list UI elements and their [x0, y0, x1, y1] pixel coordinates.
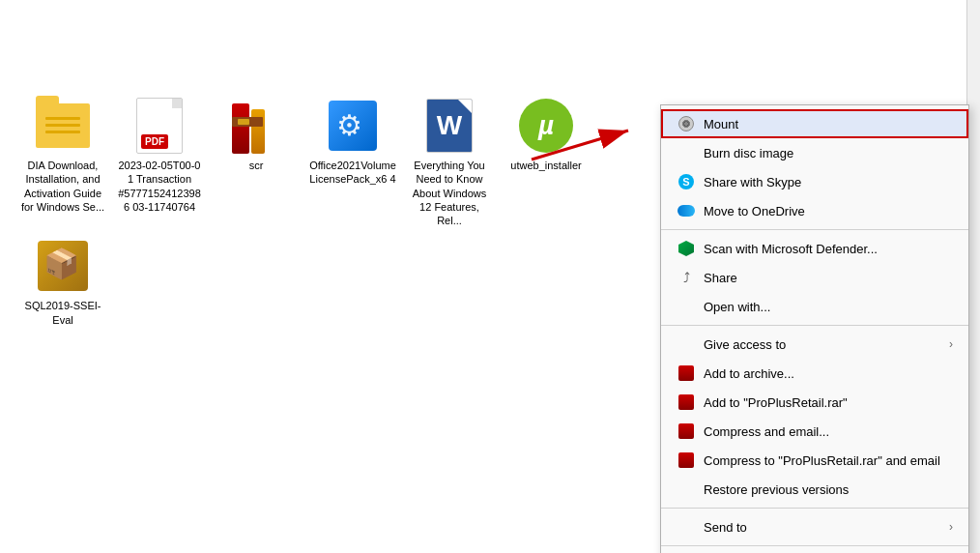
menu-item-add-proplusretail[interactable]: Add to "ProPlusRetail.rar" — [661, 388, 968, 417]
menu-label-burn-disc: Burn disc image — [704, 146, 953, 160]
file-label-word: Everything You Need to Know About Window… — [406, 159, 493, 227]
pdf-icon: PDF — [130, 97, 188, 155]
separator-3 — [661, 508, 968, 509]
menu-label-give-access: Give access to — [704, 337, 949, 352]
file-label-office: Office2021VolumeLicensePack_x6 4 — [309, 159, 396, 187]
setup-icon — [324, 97, 382, 155]
menu-item-give-access[interactable]: Give access to › — [661, 330, 968, 359]
menu-item-share[interactable]: ⤴ Share — [661, 263, 968, 292]
menu-label-share: Share — [704, 271, 953, 285]
defender-icon — [677, 239, 696, 258]
file-label-winrar-scr: scr — [249, 159, 264, 172]
separator-1 — [661, 229, 968, 230]
menu-label-scan-defender: Scan with Microsoft Defender... — [704, 242, 953, 256]
add-archive-icon — [677, 364, 696, 383]
send-to-icon — [677, 517, 696, 537]
menu-item-compress-proplusretail-email[interactable]: Compress to "ProPlusRetail.rar" and emai… — [661, 446, 968, 475]
arrow-annotation — [522, 121, 648, 169]
menu-label-open-with: Open with... — [704, 300, 953, 314]
menu-item-restore-versions[interactable]: Restore previous versions — [661, 475, 968, 504]
restore-versions-icon — [677, 480, 696, 499]
menu-label-send-to: Send to — [704, 520, 949, 535]
separator-2 — [661, 325, 968, 326]
menu-label-compress-email: Compress and email... — [704, 424, 953, 439]
burn-disc-icon — [677, 143, 696, 162]
separator-4 — [661, 545, 968, 546]
folder-icon — [34, 97, 92, 155]
skype-icon: S — [677, 172, 696, 191]
menu-item-move-onedrive[interactable]: Move to OneDrive — [661, 196, 968, 225]
menu-item-send-to[interactable]: Send to › — [661, 512, 968, 541]
submenu-arrow-give-access: › — [949, 337, 953, 351]
onedrive-icon — [677, 201, 696, 220]
open-with-icon — [677, 297, 696, 316]
file-label-pdf: 2023-02-05T00-0 1 Transaction #577715241… — [116, 159, 203, 214]
share-icon: ⤴ — [677, 268, 696, 287]
svg-line-1 — [532, 131, 628, 160]
compress-email-icon — [677, 422, 696, 441]
menu-item-scan-defender[interactable]: Scan with Microsoft Defender... — [661, 234, 968, 263]
menu-label-share-skype: Share with Skype — [704, 175, 953, 189]
file-label-folder-dia: DIA Download, Installation, and Activati… — [19, 159, 106, 214]
menu-label-add-archive: Add to archive... — [704, 366, 953, 381]
menu-item-open-with[interactable]: Open with... — [661, 292, 968, 321]
menu-item-burn-disc[interactable]: Burn disc image — [661, 138, 968, 167]
add-proplusretail-icon — [677, 393, 696, 412]
package-icon — [34, 237, 92, 295]
file-item-folder-dia[interactable]: DIA Download, Installation, and Activati… — [19, 97, 106, 227]
menu-item-compress-email[interactable]: Compress and email... — [661, 417, 968, 446]
file-item-office[interactable]: Office2021VolumeLicensePack_x6 4 — [309, 97, 396, 227]
submenu-arrow-send-to: › — [949, 520, 953, 534]
file-item-sql[interactable]: SQL2019-SSEI-Eval — [19, 237, 106, 327]
give-access-icon — [677, 335, 696, 354]
word-icon: W — [420, 97, 478, 155]
context-menu: Mount Burn disc image S Share with Skype… — [660, 104, 969, 553]
file-label-sql: SQL2019-SSEI-Eval — [19, 299, 106, 327]
file-item-winrar-scr[interactable]: scr — [213, 97, 300, 227]
disc-icon — [677, 114, 696, 133]
file-item-pdf[interactable]: PDF 2023-02-05T00-0 1 Transaction #57771… — [116, 97, 203, 227]
file-item-word[interactable]: W Everything You Need to Know About Wind… — [406, 97, 493, 227]
menu-label-move-onedrive: Move to OneDrive — [704, 204, 953, 218]
menu-item-share-skype[interactable]: S Share with Skype — [661, 167, 968, 196]
menu-item-mount[interactable]: Mount — [661, 109, 968, 138]
menu-item-add-archive[interactable]: Add to archive... — [661, 359, 968, 388]
menu-label-add-proplusretail: Add to "ProPlusRetail.rar" — [704, 395, 953, 410]
menu-label-compress-proplusretail-email: Compress to "ProPlusRetail.rar" and emai… — [704, 453, 953, 468]
menu-label-mount: Mount — [704, 117, 953, 131]
winrar-icon — [227, 97, 285, 155]
menu-label-restore-versions: Restore previous versions — [704, 482, 953, 497]
compress-proplusretail-email-icon — [677, 451, 696, 470]
